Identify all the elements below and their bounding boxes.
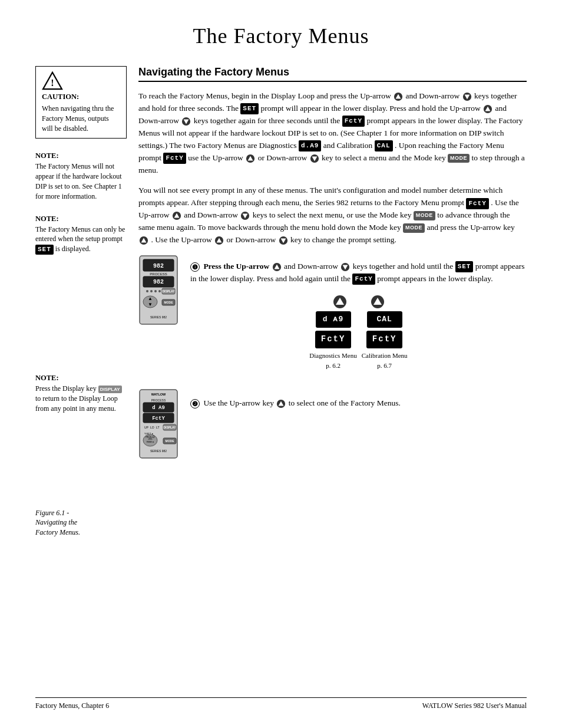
warning-icon: ! xyxy=(42,71,63,90)
caution-box: ! CAUTION: When navigating thru the Fact… xyxy=(35,66,127,139)
svg-text:MODE: MODE xyxy=(166,439,175,443)
up-arrow-icon-4 xyxy=(172,211,181,220)
figure1-device: 982 PROCESS 982 DISPLAY xyxy=(138,255,178,325)
svg-text:LO: LO xyxy=(150,426,154,429)
set-prompt-sidebar: SET xyxy=(35,245,54,255)
up-arrow-icon-5 xyxy=(139,236,148,245)
cal-menu-label: Calibration Menu p. 6.7 xyxy=(362,351,408,371)
note3-title: NOTE: xyxy=(35,374,127,383)
note1-box: NOTE: The Factory Menus will not appear … xyxy=(35,151,127,201)
mode-key-p2b: MODE xyxy=(403,223,425,233)
svg-text:982: 982 xyxy=(153,279,164,285)
svg-text:LT: LT xyxy=(156,426,159,429)
section-title: Navigating the Factory Menus xyxy=(138,66,527,82)
mode-key-p2a: MODE xyxy=(414,211,435,220)
display-key-sidebar: DISPLAY xyxy=(98,386,122,393)
step2-circle: ❷ xyxy=(190,399,200,409)
main-layout: ! CAUTION: When navigating thru the Fact… xyxy=(35,66,527,538)
fcty2-display-box: FctY xyxy=(366,331,403,348)
cal-menu-col: CAL FctY Calibration Menu p. 6.7 xyxy=(362,311,408,371)
svg-point-31 xyxy=(150,290,153,292)
set-display-fig1: SET xyxy=(455,261,474,272)
cal-display-p1: CAL xyxy=(375,140,393,151)
diag-display-p1: d.A9 xyxy=(299,140,321,151)
svg-text:PROCESS: PROCESS xyxy=(150,272,167,276)
svg-text:!: ! xyxy=(51,78,54,88)
fcty2-display-p1: FctY xyxy=(163,153,186,164)
diag-menu-col: d ᴀ9 FctY Diagnostics Menu p. 6.2 xyxy=(309,311,356,371)
set-display-p1: SET xyxy=(240,103,259,114)
svg-text:WATLOW: WATLOW xyxy=(151,393,166,396)
svg-text:DISPLAY: DISPLAY xyxy=(163,426,176,429)
step1-circle: ❶ xyxy=(190,262,200,272)
svg-point-33 xyxy=(158,290,161,292)
svg-point-32 xyxy=(154,290,157,292)
down-arrow-icon-1 xyxy=(462,92,472,101)
svg-text:PROCESS: PROCESS xyxy=(151,398,166,402)
up-arrow-fig2 xyxy=(276,399,286,409)
fcty1-display-box: FctY xyxy=(315,331,352,348)
fcty-display-p1: FctY xyxy=(342,116,365,127)
up-arrow-diagram-2 xyxy=(371,295,385,309)
note2-title: NOTE: xyxy=(35,215,127,223)
svg-point-30 xyxy=(146,290,148,292)
figure-caption-area: Figure 6.1 - Navigating the Factory Menu… xyxy=(35,508,127,538)
device-svg-2: WATLOW PROCESS d A9 FctY UP LO LT xyxy=(138,388,178,459)
page: The Factory Menus ! CAUTION: When naviga… xyxy=(0,0,562,728)
up-arrow-icon-1 xyxy=(394,92,403,101)
down-arrow-icon-3 xyxy=(310,154,319,163)
caution-text: When navigating thru the Factory Menus, … xyxy=(42,104,120,133)
cal-display-box: CAL xyxy=(367,311,402,328)
sidebar-spacer xyxy=(35,268,127,374)
down-arrow-fig1 xyxy=(340,262,350,272)
svg-text:DISPLAY: DISPLAY xyxy=(162,289,175,293)
figure2-text: ❷ Use the Up-arrow key to select one of … xyxy=(190,388,527,410)
footer-left: Factory Menus, Chapter 6 xyxy=(35,701,109,710)
menu-arrows-row xyxy=(190,295,527,309)
caution-icon-row: ! xyxy=(42,71,120,90)
diag-menu-label: Diagnostics Menu p. 6.2 xyxy=(309,351,356,371)
left-sidebar: ! CAUTION: When navigating thru the Fact… xyxy=(35,66,138,538)
svg-text:UP: UP xyxy=(144,426,149,429)
svg-text:SERIES 982: SERIES 982 xyxy=(150,449,167,453)
fcty-display-fig1: FctY xyxy=(352,274,375,285)
svg-text:▲: ▲ xyxy=(148,296,153,301)
caution-title: CAUTION: xyxy=(42,93,120,101)
footer-right: WATLOW Series 982 User's Manual xyxy=(422,701,527,710)
up-arrow-icon-3 xyxy=(246,154,255,163)
mode-key-p1: MODE xyxy=(448,154,470,163)
up-arrow-fig1 xyxy=(272,262,282,272)
figure2-device: WATLOW PROCESS d A9 FctY UP LO LT xyxy=(138,388,178,459)
note3-text: Press the Display key DISPLAY to return … xyxy=(35,384,127,413)
up-arrow-diagram xyxy=(333,295,347,309)
page-title: The Factory Menus xyxy=(35,24,527,48)
device-svg-1: 982 PROCESS 982 DISPLAY xyxy=(138,255,178,325)
figure1-text: ❶ Press the Up-arrow and Down-arrow keys… xyxy=(190,255,527,377)
svg-text:982: 982 xyxy=(153,263,164,269)
svg-text:REM ●: REM ● xyxy=(147,440,154,443)
svg-text:MODE: MODE xyxy=(164,301,174,304)
fcty3-display-p2: FctY xyxy=(466,198,488,209)
body-para1: To reach the Factory Menus, begin in the… xyxy=(138,90,527,176)
down-arrow-icon-5 xyxy=(279,236,288,245)
note2-box: NOTE: The Factory Menus can only be ente… xyxy=(35,215,127,255)
note3-box: NOTE: Press the Display key DISPLAY to r… xyxy=(35,374,127,413)
diag-display-box: d ᴀ9 xyxy=(316,311,351,328)
figure-caption: Figure 6.1 - Navigating the Factory Menu… xyxy=(35,508,127,538)
down-arrow-icon-2 xyxy=(181,117,191,126)
main-content: Navigating the Factory Menus To reach th… xyxy=(138,66,527,538)
figure2-row: WATLOW PROCESS d A9 FctY UP LO LT xyxy=(138,388,527,459)
down-arrow-icon-4 xyxy=(240,211,250,220)
up-arrow-icon-2 xyxy=(483,104,492,114)
menu-diagram: d ᴀ9 FctY Diagnostics Menu p. 6.2 CAL Fc… xyxy=(190,295,527,371)
figure1-row: 982 PROCESS 982 DISPLAY xyxy=(138,255,527,377)
svg-text:SERIES 982: SERIES 982 xyxy=(150,315,167,319)
note1-title: NOTE: xyxy=(35,151,127,160)
note2-text: The Factory Menus can only be entered wh… xyxy=(35,225,127,255)
svg-text:▼: ▼ xyxy=(148,302,153,307)
svg-text:FctY: FctY xyxy=(152,416,165,421)
up-arrow-icon-6 xyxy=(214,236,224,245)
svg-text:d A9: d A9 xyxy=(152,405,165,411)
page-footer: Factory Menus, Chapter 6 WATLOW Series 9… xyxy=(35,697,527,710)
menu-boxes: d ᴀ9 FctY Diagnostics Menu p. 6.2 CAL Fc… xyxy=(190,311,527,371)
